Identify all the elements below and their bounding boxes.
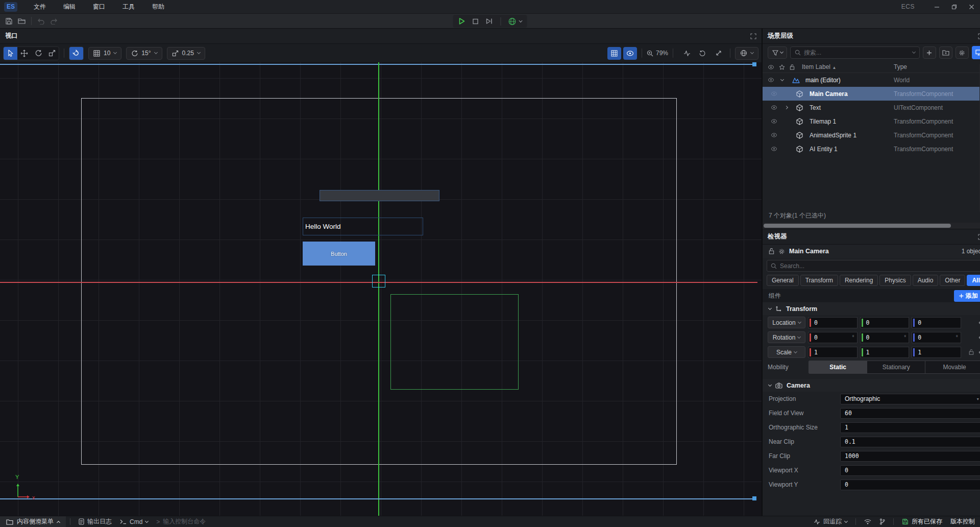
scale-x-field[interactable]: 1 xyxy=(808,347,857,358)
scale-y-field[interactable]: 1 xyxy=(860,347,910,358)
location-y-field[interactable]: 0 xyxy=(860,317,910,328)
near-clip-input[interactable]: 0.1 xyxy=(840,437,980,447)
hierarchy-row-main-camera[interactable]: Main Camera TransformComponent xyxy=(763,87,980,101)
projection-dropdown[interactable]: Orthographic ▾ xyxy=(840,394,980,404)
rotation-dropdown[interactable]: Rotation xyxy=(768,331,805,343)
unlock-scale-icon[interactable] xyxy=(969,349,974,355)
scale-tool-button[interactable] xyxy=(45,47,59,60)
hierarchy-horizontal-scrollbar[interactable] xyxy=(763,223,980,229)
field-of-view-input[interactable]: 60 xyxy=(840,408,980,419)
gear-icon[interactable] xyxy=(778,248,785,255)
menu-file[interactable]: 文件 xyxy=(27,1,53,13)
ui-panel-bar[interactable] xyxy=(320,190,439,201)
eye-icon[interactable] xyxy=(771,119,777,124)
chevron-right-icon[interactable] xyxy=(785,106,788,109)
eye-icon[interactable] xyxy=(771,105,777,110)
eye-icon[interactable] xyxy=(771,91,777,96)
add-entity-button[interactable] xyxy=(923,46,936,59)
selection-handle-bottom-right[interactable] xyxy=(752,496,756,500)
hierarchy-search-input[interactable]: 搜索... xyxy=(790,46,920,59)
viewport-x-input[interactable]: 0 xyxy=(840,465,980,476)
add-folder-button[interactable] xyxy=(939,46,952,59)
app-logo[interactable]: ES xyxy=(4,2,17,12)
network-icon[interactable] xyxy=(864,519,871,524)
inspector-expand-icon[interactable] xyxy=(978,234,980,240)
move-tool-button[interactable] xyxy=(17,47,31,60)
redo-icon[interactable] xyxy=(50,18,58,25)
favorite-column-icon[interactable] xyxy=(779,64,785,70)
location-x-field[interactable]: 0 xyxy=(808,317,857,328)
stats-button[interactable] xyxy=(680,47,694,60)
eye-icon[interactable] xyxy=(768,78,774,82)
rotation-y-field[interactable]: 0° xyxy=(860,332,910,343)
link-values-icon[interactable] xyxy=(977,336,980,340)
world-mode-dropdown[interactable] xyxy=(508,17,522,26)
snap-magnet-button[interactable] xyxy=(69,47,83,60)
lock-column-icon[interactable] xyxy=(790,64,795,70)
rotation-z-field[interactable]: 0° xyxy=(912,332,961,343)
entity-bounds-rect[interactable] xyxy=(390,294,519,390)
rotation-x-field[interactable]: 0° xyxy=(808,332,857,343)
menu-help[interactable]: 帮助 xyxy=(145,1,172,13)
tab-transform[interactable]: Transform xyxy=(800,275,838,286)
scale-z-field[interactable]: 1 xyxy=(912,347,961,358)
hierarchy-row-main[interactable]: main (Editor) World xyxy=(763,73,980,87)
hierarchy-row-ai-entity[interactable]: AI Entity 1 TransformComponent xyxy=(763,142,980,156)
chevron-down-icon[interactable] xyxy=(780,77,784,81)
column-item-label[interactable]: Item Label ▲ xyxy=(802,63,836,70)
minimize-button[interactable] xyxy=(928,0,945,13)
tab-general[interactable]: General xyxy=(767,275,799,286)
mobility-movable-button[interactable]: Movable xyxy=(925,361,980,373)
menu-tools[interactable]: 工具 xyxy=(115,1,142,13)
reset-view-button[interactable] xyxy=(696,47,709,60)
scale-dropdown[interactable]: Scale xyxy=(768,346,805,358)
show-gizmos-button[interactable] xyxy=(623,47,637,60)
column-type[interactable]: Type xyxy=(894,63,907,70)
selection-handle-top-right[interactable] xyxy=(752,62,756,66)
menu-edit[interactable]: 编辑 xyxy=(56,1,83,13)
location-z-field[interactable]: 0 xyxy=(912,317,961,328)
inspector-search-input[interactable]: Search... xyxy=(767,260,980,272)
stop-button[interactable] xyxy=(473,18,479,25)
viewport-expand-icon[interactable] xyxy=(750,33,756,39)
rotate-tool-button[interactable] xyxy=(31,47,45,60)
transform-section-header[interactable]: Transform xyxy=(763,302,980,315)
trace-dropdown[interactable]: 回追踪 xyxy=(814,517,847,526)
link-values-icon[interactable] xyxy=(977,321,980,325)
hierarchy-expand-icon[interactable] xyxy=(978,33,980,39)
hierarchy-row-animatedsprite[interactable]: AnimatedSprite 1 TransformComponent xyxy=(763,128,980,142)
hierarchy-row-text[interactable]: Text UITextComponent xyxy=(763,101,980,114)
tab-all[interactable]: All xyxy=(967,275,980,286)
version-control-button[interactable]: 版本控制 xyxy=(950,517,975,526)
console-command-input[interactable]: > 输入控制台命令 xyxy=(156,517,206,526)
output-log-button[interactable]: 输出日志 xyxy=(79,517,112,526)
filter-dropdown[interactable] xyxy=(768,46,787,59)
select-tool-button[interactable] xyxy=(4,47,17,60)
zoom-value[interactable]: 79% xyxy=(656,50,668,57)
hierarchy-row-tilemap[interactable]: Tilemap 1 TransformComponent xyxy=(763,114,980,128)
maximize-button[interactable] xyxy=(945,0,963,13)
mobility-stationary-button[interactable]: Stationary xyxy=(867,361,925,373)
location-dropdown[interactable]: Location xyxy=(768,317,805,328)
content-drawer-button[interactable]: 内容侧滑菜单 xyxy=(0,516,66,527)
visibility-column-icon[interactable] xyxy=(768,65,774,69)
viewport-link-button[interactable] xyxy=(972,46,980,59)
tab-rendering[interactable]: Rendering xyxy=(840,275,878,286)
rotate-snap-dropdown[interactable]: 15° xyxy=(126,47,162,60)
scene-canvas[interactable]: Hello World Button Y x xyxy=(0,62,762,516)
camera-gizmo-selection[interactable] xyxy=(372,275,385,288)
close-button[interactable] xyxy=(963,0,980,13)
viewport-world-dropdown[interactable] xyxy=(735,47,758,60)
far-clip-input[interactable]: 1000 xyxy=(840,451,980,462)
ui-text-element[interactable]: Hello World xyxy=(303,218,423,235)
hierarchy-settings-button[interactable] xyxy=(955,46,969,59)
viewport-y-input[interactable]: 0 xyxy=(840,480,980,490)
mobility-static-button[interactable]: Static xyxy=(809,361,867,373)
tab-physics[interactable]: Physics xyxy=(879,275,911,286)
undo-icon[interactable] xyxy=(37,18,45,25)
scale-snap-dropdown[interactable]: 0.25 xyxy=(167,47,205,60)
grid-snap-dropdown[interactable]: 10 xyxy=(88,47,121,60)
branch-icon[interactable] xyxy=(879,518,885,525)
menu-window[interactable]: 窗口 xyxy=(86,1,112,13)
link-values-icon[interactable] xyxy=(977,350,980,354)
